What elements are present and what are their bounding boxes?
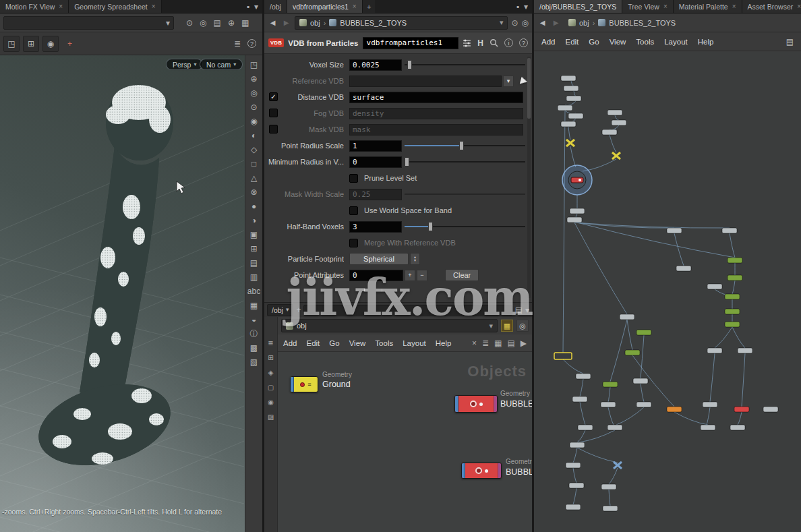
view-selector-combo[interactable]: ▾ — [3, 16, 174, 30]
particle-footprint-dropdown[interactable]: Spherical — [349, 253, 409, 265]
graph-node[interactable] — [567, 217, 582, 223]
panel-icon[interactable]: ▤ — [786, 38, 794, 46]
target-icon[interactable]: ◎ — [522, 19, 529, 27]
graph-node[interactable] — [620, 314, 634, 320]
pane-maximize-icon[interactable]: ▪ — [516, 3, 519, 11]
tool-icon[interactable]: ◳ — [250, 61, 258, 69]
tab-geometry-spreadsheet[interactable]: Geometry Spreadsheet × — [69, 0, 161, 13]
chevron-down-icon[interactable]: ▾ — [489, 322, 493, 330]
tool-icon[interactable]: ◎ — [250, 89, 257, 97]
menu-help[interactable]: Help — [698, 38, 714, 46]
tool-icon[interactable]: ▦ — [241, 19, 249, 27]
node-bubbles-2[interactable] — [461, 463, 502, 479]
tool-icon[interactable]: ⊞ — [23, 36, 39, 52]
distance-vdb-field[interactable]: surface — [349, 92, 523, 103]
tool-icon[interactable]: ◉ — [42, 36, 59, 52]
viewport-3d[interactable]: Persp ▾ No cam ▾ -zooms. Ctrl+Right zoom… — [0, 55, 245, 532]
tab-network-path[interactable]: /obj/BUBBLES_2_TOYS — [534, 0, 622, 13]
remove-instance-button[interactable]: − — [417, 270, 427, 281]
stepper-buttons[interactable]: ▴▾ — [410, 253, 420, 265]
breadcrumb-node[interactable]: BUBBLES_2_TOYS — [609, 19, 676, 27]
render-flag[interactable] — [498, 463, 501, 478]
tool-icon[interactable]: ⊕ — [250, 75, 257, 83]
tool-icon[interactable]: ⊙ — [186, 19, 193, 27]
tool-icon[interactable]: ◇ — [251, 146, 257, 154]
graph-node[interactable] — [576, 374, 591, 379]
menu-edit[interactable]: Edit — [565, 38, 578, 46]
graph-node[interactable] — [707, 284, 722, 289]
overview-icon[interactable]: ◎ — [516, 320, 529, 332]
back-icon[interactable]: ◀ — [268, 19, 278, 26]
tool-icon[interactable]: ▤ — [250, 259, 258, 267]
tool-icon[interactable]: ▤ — [214, 19, 221, 27]
chevron-down-icon[interactable]: ▾ — [525, 306, 529, 314]
menu-tools[interactable]: Tools — [375, 339, 393, 347]
forward-icon[interactable]: ▶ — [551, 19, 561, 26]
graph-node[interactable] — [607, 110, 622, 115]
pane-menu-icon[interactable]: ▾ — [254, 3, 258, 11]
hda-icon[interactable]: H — [477, 38, 483, 48]
voxel-size-field[interactable]: 0.0025 — [349, 59, 402, 71]
mask-vdb-field[interactable]: mask — [349, 124, 523, 136]
tool-icon[interactable]: ◒ — [251, 316, 256, 324]
tab-tree-view[interactable]: Tree View × — [622, 0, 674, 13]
tool-icon[interactable]: ⊙ — [250, 103, 257, 111]
breadcrumb-root[interactable]: obj — [297, 322, 307, 330]
pin-icon[interactable]: ⊙ — [511, 19, 518, 27]
graph-node[interactable] — [570, 442, 585, 448]
search-icon[interactable] — [489, 38, 498, 47]
no-cam-menu[interactable]: No cam ▾ — [200, 59, 243, 70]
graph-node[interactable] — [728, 275, 742, 280]
graph-node[interactable] — [602, 129, 617, 135]
network-breadcrumb[interactable]: obj ▾ — [281, 319, 498, 332]
persp-menu[interactable]: Persp ▾ — [166, 59, 203, 70]
tool-icon[interactable]: ≣ — [482, 339, 489, 347]
tool-icon[interactable]: ◉ — [268, 399, 274, 406]
graph-node[interactable] — [569, 483, 584, 488]
tool-icon[interactable]: ≣ — [268, 340, 273, 347]
tool-icon[interactable]: ▦ — [494, 339, 502, 347]
sort-list-icon[interactable]: ≣ — [234, 40, 241, 48]
graph-node[interactable] — [566, 463, 581, 468]
add-path-icon[interactable]: + — [296, 306, 301, 314]
prune-level-set-checkbox[interactable] — [349, 174, 358, 183]
tool-icon[interactable]: ⊗ — [250, 188, 257, 196]
reference-vdb-field[interactable] — [349, 76, 502, 87]
tab-material-palette[interactable]: Material Palette × — [674, 0, 742, 13]
tool-icon[interactable]: ● — [251, 202, 256, 210]
chevron-down-icon[interactable]: ▾ — [503, 76, 514, 87]
graph-node[interactable] — [667, 228, 682, 233]
graph-node-selected[interactable] — [562, 165, 592, 195]
graph-node[interactable] — [561, 121, 576, 127]
graph-node[interactable] — [603, 506, 618, 511]
close-icon[interactable]: × — [59, 3, 63, 10]
graph-node-bypassed[interactable] — [566, 140, 574, 146]
new-tab-button[interactable]: + — [363, 0, 376, 13]
graph-node[interactable] — [578, 425, 593, 430]
menu-go[interactable]: Go — [589, 38, 599, 46]
graph-node[interactable] — [738, 348, 752, 353]
graph-node[interactable] — [725, 294, 740, 299]
breadcrumb-root[interactable]: obj — [579, 19, 589, 27]
tool-icon[interactable]: ⊕ — [228, 19, 235, 27]
graph-node[interactable] — [734, 407, 749, 412]
point-radius-scale-slider[interactable] — [405, 145, 525, 146]
pane-menu-icon[interactable]: ▾ — [524, 3, 528, 11]
graph-node[interactable] — [570, 208, 585, 214]
tool-icon[interactable]: △ — [251, 174, 257, 182]
graph-node[interactable] — [564, 86, 578, 91]
point-attributes-field[interactable]: 0 — [349, 270, 403, 281]
network-path-tab[interactable]: /obj ▾ — [267, 304, 293, 316]
tool-icon[interactable]: ◎ — [200, 19, 206, 27]
graph-node[interactable] — [725, 322, 740, 327]
snapshot-icon[interactable]: ▦ — [501, 320, 513, 332]
tool-icon[interactable]: ▧ — [250, 358, 258, 366]
tool-icon[interactable]: ▶ — [521, 339, 527, 347]
render-flag[interactable] — [494, 396, 497, 412]
node-ground[interactable]: ≡ — [290, 376, 318, 392]
pane-splitter[interactable] — [262, 0, 264, 532]
panel-icon[interactable]: ▤ — [515, 306, 523, 314]
tool-icon[interactable]: ▦ — [250, 301, 258, 309]
graph-node[interactable] — [566, 96, 581, 101]
use-world-space-checkbox[interactable] — [349, 206, 358, 215]
